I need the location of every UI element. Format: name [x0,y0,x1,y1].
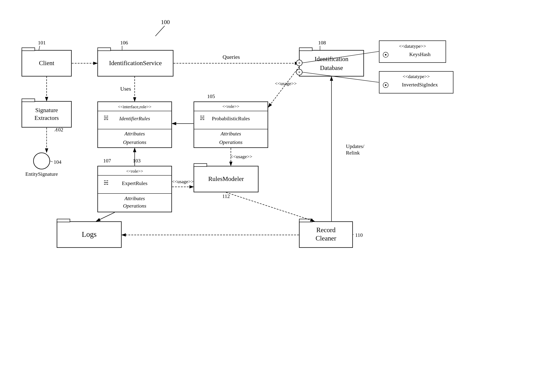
svg-rect-10 [299,48,312,51]
ref-107: 107 [103,158,111,164]
ref-102: 102 [56,127,63,132]
expert-rules-icon: ☵ [103,180,109,186]
svg-rect-18 [22,99,35,102]
rules-modeler-label: RulesModeler [208,175,244,182]
probabilistic-rules-icon: ☵ [200,115,205,121]
record-cleaner-line2: Cleaner [316,234,336,242]
probabilistic-rules-stereotype: <<role>> [222,104,239,109]
signature-extractors-line1: Signature [35,107,58,113]
keys-hash-label: KeysHash [409,51,430,57]
ref-105: 105 [207,93,215,99]
ref-104: 104 [54,159,61,165]
signature-extractors-line2: Extractors [34,114,59,121]
keys-hash-stereotype: <<datatype>> [399,44,426,49]
probabilistic-rules-attr: Attributes [220,131,241,137]
svg-rect-8 [98,48,111,51]
diagram: 100 101 106 108 Client IdentificationSer… [0,0,559,392]
svg-rect-17 [22,101,71,127]
identifier-rules-ops: Operations [123,139,146,145]
svg-point-20 [34,153,50,169]
svg-line-2 [39,46,40,50]
svg-rect-32 [194,164,207,167]
svg-line-21 [50,161,53,162]
usage-label-2: <<usage>> [172,179,194,184]
inverted-sig-index-label: InvertedSigIndex [402,82,438,87]
expert-rules-name: ExpertRules [122,180,148,186]
svg-text:×: × [298,70,300,74]
ref-112: 112 [222,193,230,199]
svg-line-51 [226,192,315,221]
expert-rules-stereotype: <<role>> [126,169,143,174]
svg-text:×: × [298,61,300,65]
logs-label: Logs [82,230,97,238]
svg-rect-34 [57,219,70,222]
svg-line-48 [96,212,115,221]
client-label: Client [39,60,54,66]
queries-label: Queries [223,54,240,60]
usage-label-3: <<usage>> [231,154,252,159]
ref-100: 100 [161,19,170,25]
identification-database-line1: Identification [315,56,348,62]
probabilistic-rules-name: ProbabilisticRules [212,116,250,121]
svg-point-13 [385,54,386,56]
identifier-rules-stereotype: <<interface,role>> [118,104,151,109]
svg-point-16 [385,84,386,86]
identifier-rules-attr: Attributes [124,131,145,137]
updates-relink-label: Updates/ [346,143,364,149]
ref-103: 103 [133,158,140,164]
inverted-sig-index-stereotype: <<datatype>> [403,74,430,79]
entity-signature-label: EntitySignature [25,171,58,177]
expert-rules-ops: Operations [123,203,146,209]
ref-106: 106 [120,40,128,46]
svg-line-44 [268,67,299,107]
ref-101: 101 [38,40,46,46]
probabilistic-rules-ops: Operations [219,139,242,145]
identifier-rules-icon: ☵ [103,115,109,121]
svg-line-1 [155,26,165,36]
ref-108: 108 [318,40,326,46]
svg-rect-6 [22,48,35,51]
identification-service-label: IdentificationService [109,60,162,66]
expert-rules-attr: Attributes [124,196,145,201]
diagram-svg: 100 101 106 108 Client IdentificationSer… [0,0,559,392]
updates-relink-label2: Relink [346,150,360,156]
record-cleaner-line1: Record [316,226,335,234]
identification-database-line2: Database [320,64,343,71]
usage-label-1: <<usage>> [275,81,297,86]
svg-rect-36 [299,219,312,222]
identifier-rules-name: IdentifierRules [119,116,150,121]
svg-rect-9 [299,50,364,76]
ref-110: 110 [355,232,363,238]
uses-label: Uses [120,86,131,92]
